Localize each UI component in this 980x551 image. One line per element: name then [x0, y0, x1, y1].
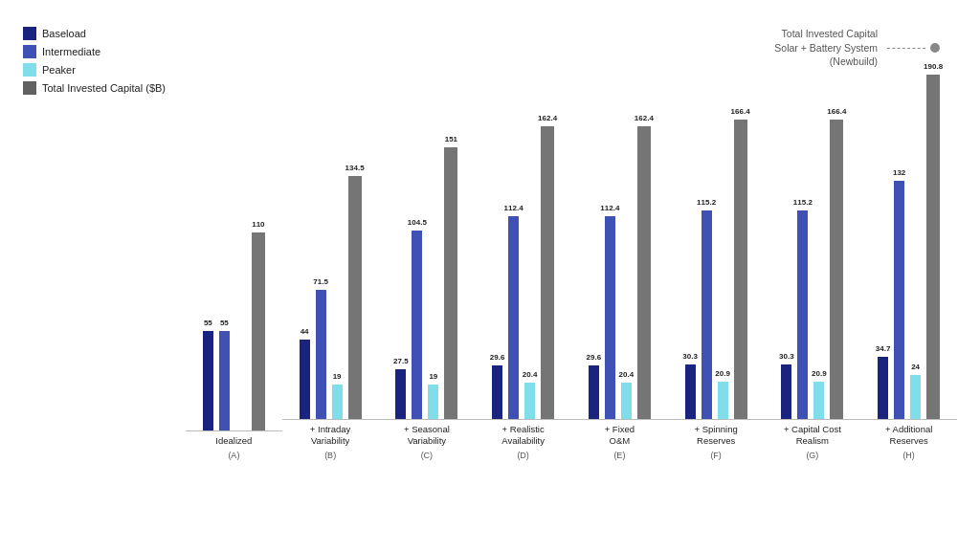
bar-(G)-baseload: 30.3	[781, 364, 791, 419]
group-letter-4: (E)	[613, 451, 625, 460]
bars-row-5: 30.3115.220.9166.4	[685, 120, 747, 419]
bar-(H)-peaker: 24	[910, 375, 921, 419]
bar-value-(A)-baseload: 55	[204, 319, 212, 327]
bars-container: 5555110Idealized(A)4471.519134.5+ Intrad…	[176, 75, 957, 460]
bar-value-(A)-intermediate: 55	[220, 319, 229, 327]
group-letter-3: (D)	[517, 451, 529, 460]
bars-row-3: 29.6112.420.4162.4	[492, 126, 554, 419]
bar-group-5: 30.3115.220.9166.4+ SpinningReserves(F)	[668, 120, 765, 460]
bar-value-(C)-intermediate: 104.5	[408, 218, 427, 227]
bar-(F)-peaker: 20.9	[718, 382, 728, 419]
bars-row-4: 29.6112.420.4162.4	[589, 126, 651, 419]
bar-(E)-peaker: 20.4	[621, 383, 632, 419]
bar-(C)-peaker: 19	[428, 385, 438, 419]
legend-label-peaker: Peaker	[42, 64, 76, 76]
bar-value-(C)-baseload: 27.5	[393, 357, 409, 365]
bars-row-6: 30.3115.220.9166.4	[781, 120, 843, 419]
bar-(D)-baseload: 29.6	[492, 365, 502, 419]
legend-label-baseload: Baseload	[42, 28, 86, 39]
bar-(E)-intermediate: 112.4	[605, 216, 615, 419]
bar-(G)-peaker: 20.9	[813, 382, 824, 419]
bar-value-(H)-baseload: 34.7	[876, 344, 891, 353]
bar-value-(E)-total: 162.4	[635, 114, 654, 122]
bar-(A)-baseload: 55	[203, 331, 213, 430]
bar-value-(E)-baseload: 29.6	[587, 353, 602, 362]
bar-value-(H)-peaker: 24	[911, 363, 920, 371]
group-letter-5: (F)	[710, 451, 722, 460]
bar-(D)-intermediate: 112.4	[508, 216, 519, 419]
legend-label-total: Total Invested Capital ($B)	[42, 82, 166, 94]
group-letter-6: (G)	[806, 451, 818, 460]
bar-value-(E)-intermediate: 112.4	[600, 204, 619, 212]
group-letter-1: (B)	[324, 451, 336, 460]
bar-(E)-baseload: 29.6	[589, 365, 599, 419]
bar-(H)-total: 190.8	[926, 75, 940, 419]
bar-value-(E)-peaker: 20.4	[619, 370, 635, 379]
group-letter-7: (H)	[902, 451, 915, 460]
bar-value-(G)-peaker: 20.9	[812, 369, 827, 378]
legend-swatch-total	[23, 81, 36, 95]
bar-value-(D)-baseload: 29.6	[490, 353, 505, 362]
group-label-6: + Capital CostRealism	[784, 424, 841, 448]
bar-(B)-intermediate: 71.5	[316, 290, 326, 419]
bar-(C)-total: 151	[444, 147, 457, 419]
bar-group-7: 34.713224190.8+ AdditionalReserves(H)	[860, 75, 957, 460]
bar-(A)-intermediate: 55	[219, 331, 230, 430]
bar-value-(D)-peaker: 20.4	[523, 370, 538, 379]
bar-(H)-baseload: 34.7	[878, 357, 888, 419]
annotation-line	[885, 43, 940, 53]
annotation-dash	[887, 48, 925, 49]
bar-group-0: 5555110Idealized(A)	[186, 232, 282, 459]
chart-main: Total Invested CapitalSolar + Battery Sy…	[176, 27, 957, 460]
bar-value-(B)-total: 134.5	[345, 164, 365, 172]
bar-value-(D)-total: 162.4	[538, 114, 557, 122]
group-label-7: + AdditionalReserves	[885, 424, 932, 448]
bars-row-7: 34.713224190.8	[878, 75, 940, 419]
bar-group-3: 29.6112.420.4162.4+ RealisticAvailabilit…	[475, 126, 571, 460]
bar-value-(B)-peaker: 19	[333, 372, 342, 381]
bar-(A)-total: 110	[252, 232, 265, 430]
bar-(B)-peaker: 19	[332, 385, 343, 419]
group-label-4: + FixedO&M	[605, 424, 635, 448]
annotation-box: Total Invested CapitalSolar + Battery Sy…	[774, 27, 947, 69]
bar-value-(F)-intermediate: 115.2	[697, 198, 716, 207]
bar-value-(C)-peaker: 19	[429, 372, 437, 381]
bar-value-(F)-baseload: 30.3	[682, 352, 698, 361]
bars-row-0: 5555110	[203, 232, 265, 430]
bar-(D)-total: 162.4	[541, 126, 554, 419]
bar-value-(D)-intermediate: 112.4	[504, 204, 523, 212]
bar-value-(C)-total: 151	[445, 135, 457, 143]
group-letter-2: (C)	[421, 451, 434, 460]
group-label-2: + SeasonalVariability	[404, 424, 450, 448]
bars-row-1: 4471.519134.5	[300, 176, 362, 419]
bar-group-4: 29.6112.420.4162.4+ FixedO&M(E)	[571, 126, 668, 460]
legend-item-baseload: Baseload	[23, 27, 166, 40]
bar-(G)-total: 166.4	[830, 120, 843, 419]
group-label-5: + SpinningReserves	[695, 424, 738, 448]
bar-value-(F)-total: 166.4	[731, 107, 750, 116]
bar-value-(B)-intermediate: 71.5	[313, 277, 328, 286]
bar-value-(G)-intermediate: 115.2	[793, 198, 813, 207]
bar-(B)-total: 134.5	[348, 176, 362, 419]
bar-value-(G)-total: 166.4	[827, 107, 846, 116]
annotation-label: Total Invested CapitalSolar + Battery Sy…	[774, 27, 878, 69]
legend-item-intermediate: Intermediate	[23, 45, 166, 58]
bar-value-(B)-baseload: 44	[301, 327, 309, 336]
bar-(C)-intermediate: 104.5	[412, 231, 422, 419]
legend-item-peaker: Peaker	[23, 63, 166, 77]
annotation-dot	[930, 43, 940, 53]
legend-swatch-intermediate	[23, 45, 36, 58]
chart-area: Baseload Intermediate Peaker Total Inves…	[23, 27, 957, 400]
bar-value-(A)-total: 110	[252, 220, 264, 229]
legend-yaxis-panel: Baseload Intermediate Peaker Total Inves…	[23, 27, 176, 248]
group-label-3: + RealisticAvailability	[501, 424, 545, 448]
bar-group-1: 4471.519134.5+ IntradayVariability(B)	[282, 176, 379, 460]
main-container: Baseload Intermediate Peaker Total Inves…	[0, 0, 980, 551]
legend-item-total: Total Invested Capital ($B)	[23, 81, 166, 95]
group-label-0: Idealized	[215, 435, 252, 447]
legend-swatch-baseload	[23, 27, 36, 40]
bar-(D)-peaker: 20.4	[524, 383, 535, 419]
bar-(G)-intermediate: 115.2	[797, 210, 808, 419]
bars-row-2: 27.5104.519151	[395, 147, 457, 419]
bar-(E)-total: 162.4	[637, 126, 651, 419]
